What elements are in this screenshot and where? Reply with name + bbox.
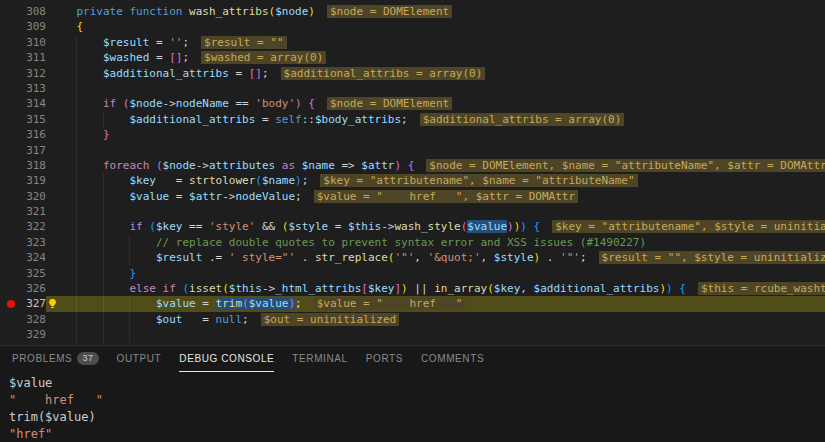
tab-problems[interactable]: PROBLEMS37 — [12, 346, 99, 372]
code-line[interactable]: 324 $result .= ' style="' . str_replace(… — [0, 250, 825, 265]
line-number[interactable]: 309 — [22, 19, 46, 34]
code-token: str_replace — [315, 251, 388, 264]
tab-output[interactable]: OUTPUT — [117, 346, 162, 372]
breakpoint-icon[interactable] — [7, 300, 15, 308]
code-token: strtolower — [189, 174, 255, 187]
tab-comments[interactable]: COMMENTS — [421, 346, 484, 372]
code-line[interactable]: 329 — [0, 327, 825, 342]
indent-guide-line — [129, 250, 130, 265]
line-number[interactable]: 325 — [22, 266, 46, 281]
code-line[interactable]: 318 foreach ($node->attributes as $name … — [0, 158, 825, 173]
gutter-glyph-margin[interactable] — [0, 50, 22, 65]
code-line[interactable]: 316 } — [0, 127, 825, 142]
code-line[interactable]: 312 $additional_attribs = [];$additional… — [0, 66, 825, 81]
gutter-glyph-margin[interactable] — [0, 4, 22, 19]
line-number[interactable]: 323 — [22, 235, 46, 250]
code-line[interactable]: 315 $additional_attribs = self::$body_at… — [0, 112, 825, 127]
tab-terminal[interactable]: TERMINAL — [292, 346, 347, 372]
code-token: [] — [169, 51, 182, 64]
line-number[interactable]: 318 — [22, 158, 46, 173]
line-number[interactable]: 327 — [22, 296, 46, 311]
line-number[interactable]: 314 — [22, 96, 46, 111]
line-number[interactable]: 326 — [22, 281, 46, 296]
gutter-glyph-margin[interactable] — [0, 127, 22, 142]
line-number[interactable]: 328 — [22, 312, 46, 327]
line-number[interactable]: 315 — [22, 112, 46, 127]
gutter-glyph-margin[interactable] — [0, 96, 22, 111]
line-number[interactable]: 320 — [22, 189, 46, 204]
line-number[interactable]: 319 — [22, 173, 46, 188]
lightbulb-icon[interactable] — [47, 298, 58, 309]
code-token: { — [408, 159, 415, 172]
gutter-glyph-margin[interactable] — [0, 143, 22, 158]
code-line[interactable]: 317 — [0, 143, 825, 158]
code-line[interactable]: 327 $value = trim($value);$value = " hre… — [0, 296, 825, 311]
tab-debug-console[interactable]: DEBUG CONSOLE — [179, 346, 274, 372]
gutter-glyph-margin[interactable] — [0, 158, 22, 173]
code-editor[interactable]: 308 private function wash_attribs($node)… — [0, 0, 825, 345]
code-token: [] — [249, 67, 262, 80]
code-line[interactable]: 308 private function wash_attribs($node)… — [0, 4, 825, 19]
line-number[interactable]: 324 — [22, 250, 46, 265]
gutter-glyph-margin[interactable] — [0, 327, 22, 342]
code-line[interactable]: 325 } — [0, 266, 825, 281]
gutter-glyph-margin[interactable] — [0, 250, 22, 265]
code-token: { — [308, 97, 315, 110]
line-number[interactable]: 313 — [22, 81, 46, 96]
debug-console-output[interactable]: $value" href "trim($value)"href" — [0, 372, 825, 442]
line-number[interactable]: 317 — [22, 143, 46, 158]
code-line[interactable]: 311 $washed = [];$washed = array(0) — [0, 50, 825, 65]
gutter-glyph-margin[interactable] — [0, 266, 22, 281]
code-token: -> — [262, 282, 275, 295]
indent-guide-line — [103, 312, 104, 327]
gutter-glyph-margin[interactable] — [0, 296, 22, 311]
gutter-glyph-margin[interactable] — [0, 66, 22, 81]
gutter-glyph-margin[interactable] — [0, 189, 22, 204]
code-token: nodeValue — [235, 190, 295, 203]
code-content — [46, 204, 825, 219]
line-number[interactable]: 321 — [22, 204, 46, 219]
gutter-glyph-margin[interactable] — [0, 112, 22, 127]
line-number[interactable]: 329 — [22, 327, 46, 342]
code-line[interactable]: 326 else if (isset($this->_html_attribs[… — [0, 281, 825, 296]
code-line[interactable]: 328 $out = null;$out = uninitialized — [0, 312, 825, 327]
code-content: $value = trim($value);$value = " href " — [46, 296, 825, 311]
line-number[interactable]: 311 — [22, 50, 46, 65]
code-token: isset — [189, 282, 222, 295]
line-number[interactable]: 312 — [22, 66, 46, 81]
code-line[interactable]: 320 $value = $attr->nodeValue;$value = "… — [0, 189, 825, 204]
code-token: _html_attribs — [275, 282, 361, 295]
code-token: ) — [507, 220, 514, 233]
code-line[interactable]: 309 { — [0, 19, 825, 34]
line-number[interactable]: 322 — [22, 219, 46, 234]
gutter-glyph-margin[interactable] — [0, 235, 22, 250]
gutter-glyph-margin[interactable] — [0, 204, 22, 219]
line-number[interactable]: 316 — [22, 127, 46, 142]
code-line[interactable]: 310 $result = '';$result = "" — [0, 35, 825, 50]
code-content: if ($node->nodeName == 'body') {$node = … — [46, 96, 825, 111]
code-line[interactable]: 323 // replace double quotes to prevent … — [0, 235, 825, 250]
tab-ports[interactable]: PORTS — [366, 346, 403, 372]
gutter-glyph-margin[interactable] — [0, 19, 22, 34]
code-token: if — [163, 282, 176, 295]
code-token — [149, 159, 156, 172]
code-line[interactable]: 322 if ($key == 'style' && ($style = $th… — [0, 219, 825, 234]
gutter-glyph-margin[interactable] — [0, 173, 22, 188]
code-token: $additional_attribs — [129, 113, 255, 126]
line-number[interactable]: 310 — [22, 35, 46, 50]
gutter-glyph-margin[interactable] — [0, 35, 22, 50]
code-token: $node — [129, 97, 162, 110]
gutter-glyph-margin[interactable] — [0, 219, 22, 234]
gutter-glyph-margin[interactable] — [0, 281, 22, 296]
inline-debug-value: $node = DOMElement, $name = "attributeNa… — [426, 159, 825, 172]
code-token: ; — [295, 190, 302, 203]
code-line[interactable]: 313 — [0, 81, 825, 96]
code-line[interactable]: 321 — [0, 204, 825, 219]
indent-guide-line — [76, 235, 77, 250]
gutter-glyph-margin[interactable] — [0, 312, 22, 327]
line-number[interactable]: 308 — [22, 4, 46, 19]
code-line[interactable]: 314 if ($node->nodeName == 'body') {$nod… — [0, 96, 825, 111]
code-token: { — [679, 282, 686, 295]
code-line[interactable]: 319 $key = strtolower($name);$key = "att… — [0, 173, 825, 188]
gutter-glyph-margin[interactable] — [0, 81, 22, 96]
